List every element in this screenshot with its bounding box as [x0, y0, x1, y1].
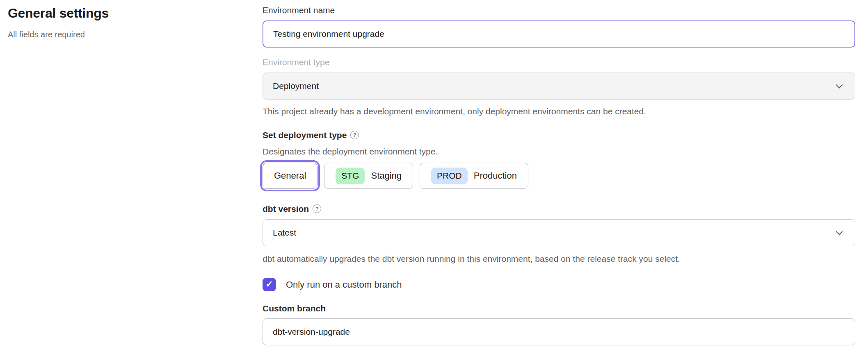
- custom-branch-input[interactable]: [263, 318, 855, 345]
- dbt-version-value: Latest: [273, 228, 296, 238]
- dbt-version-select[interactable]: Latest: [263, 219, 855, 246]
- dbt-version-label-row: dbt version ?: [263, 204, 855, 213]
- chevron-down-icon: [836, 82, 843, 88]
- settings-form: Environment name Environment type Deploy…: [263, 0, 855, 354]
- dbt-version-helper: dbt automatically upgrades the dbt versi…: [263, 254, 855, 263]
- custom-branch-label: Custom branch: [263, 304, 855, 313]
- general-button-label: General: [274, 170, 306, 181]
- page-title: General settings: [8, 6, 263, 21]
- dbt-version-label: dbt version: [263, 204, 309, 213]
- environment-name-label: Environment name: [263, 6, 855, 14]
- environment-type-select: Deployment: [263, 73, 855, 100]
- custom-branch-checkbox[interactable]: ✓: [263, 278, 276, 291]
- production-button-label: Production: [474, 170, 517, 181]
- page-subtitle: All fields are required: [8, 30, 263, 39]
- staging-badge: STG: [336, 168, 365, 184]
- environment-type-helper: This project already has a development e…: [263, 107, 855, 116]
- help-icon[interactable]: ?: [313, 204, 321, 213]
- production-badge: PROD: [431, 168, 468, 184]
- environment-type-value: Deployment: [273, 81, 319, 91]
- staging-button-label: Staging: [371, 170, 402, 181]
- environment-type-label: Environment type: [263, 58, 855, 66]
- check-icon: ✓: [265, 280, 273, 289]
- settings-header-column: General settings All fields are required: [0, 0, 263, 354]
- environment-settings-page: General settings All fields are required…: [0, 0, 868, 354]
- deployment-type-label-row: Set deployment type ?: [263, 131, 855, 139]
- environment-name-input[interactable]: [263, 20, 855, 48]
- deployment-type-label: Set deployment type: [263, 131, 347, 139]
- custom-branch-checkbox-label[interactable]: Only run on a custom branch: [286, 279, 402, 290]
- chevron-down-icon: [836, 228, 843, 235]
- deployment-type-production-button[interactable]: PROD Production: [420, 163, 528, 189]
- help-icon[interactable]: ?: [350, 131, 359, 139]
- deployment-type-options: General STG Staging PROD Production: [263, 163, 855, 189]
- deployment-type-general-button[interactable]: General: [263, 163, 318, 189]
- deployment-type-helper: Designates the deployment environment ty…: [263, 147, 855, 156]
- custom-branch-checkbox-row: ✓ Only run on a custom branch: [263, 278, 855, 291]
- deployment-type-staging-button[interactable]: STG Staging: [324, 163, 413, 189]
